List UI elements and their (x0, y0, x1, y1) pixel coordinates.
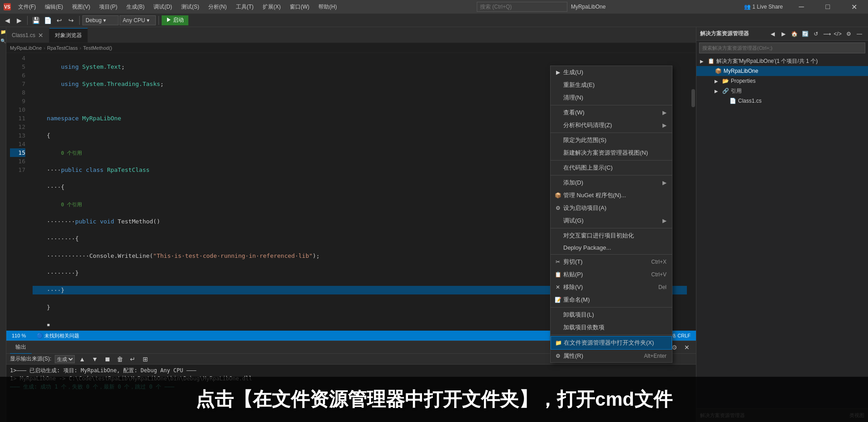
menu-extensions[interactable]: 扩展(X) (258, 1, 285, 13)
fwd-btn[interactable]: ▶ (14, 15, 24, 26)
path-part3[interactable]: TestMethod() (83, 45, 112, 51)
menu-help[interactable]: 帮助(H) (314, 1, 341, 13)
ctx-nuget[interactable]: 📦 管理 NuGet 程序包(N)... (551, 189, 672, 202)
minimize-button[interactable]: ─ (791, 0, 812, 14)
output-stop-icon[interactable]: ⏹ (102, 354, 113, 365)
se-sync-icon[interactable]: 🔄 (800, 29, 810, 39)
redo-btn[interactable]: ↪ (66, 15, 77, 26)
ctx-rebuild[interactable]: 重新生成(E) (551, 79, 672, 91)
se-fwd-icon[interactable]: ▶ (778, 29, 788, 39)
undo-btn[interactable]: ↩ (54, 15, 65, 26)
ctx-init-interactive[interactable]: 对交互窗口进行项目初始化 (551, 229, 672, 242)
tab-close-icon[interactable]: ✕ (38, 32, 43, 39)
vertical-scrollbar[interactable] (691, 53, 696, 331)
tree-solution[interactable]: ▶ 📋 解决方案'MyRpaLibOne'(1 个项目/共 1 个) (696, 56, 868, 66)
output-close-icon[interactable]: ✕ (681, 342, 692, 353)
ctx-remove[interactable]: ✕ 移除(V) Del (551, 281, 672, 294)
ctx-paste[interactable]: 📋 粘贴(P) Ctrl+V (551, 268, 672, 281)
back-btn[interactable]: ◀ (2, 15, 13, 26)
ctx-new-se-view[interactable]: 新建解决方案资源管理器视图(N) (551, 147, 672, 159)
menu-analyze[interactable]: 分析(N) (204, 1, 231, 13)
arrow-icon: ▶ (662, 218, 667, 224)
ctx-deploy[interactable]: Deploy Package... (551, 242, 672, 253)
menu-window[interactable]: 窗口(W) (285, 1, 314, 13)
scroll-thumb[interactable] (691, 89, 695, 107)
ctx-build[interactable]: ▶ 生成(U) (551, 66, 672, 79)
ctx-remove-shortcut: Del (658, 284, 667, 290)
explorer-icon[interactable]: 📁 (0, 29, 6, 34)
ctx-properties-shortcut: Alt+Enter (644, 353, 667, 359)
output-down-icon[interactable]: ▼ (89, 354, 100, 365)
tree-class1cs[interactable]: 📄 Class1.cs (696, 96, 868, 106)
platform-config-dropdown[interactable]: Any CPU ▾ (120, 15, 156, 25)
ctx-div2 (551, 133, 672, 133)
ctx-set-startup[interactable]: ⚙ 设为启动项目(A) (551, 202, 672, 214)
ctx-clean[interactable]: 清理(N) (551, 91, 672, 104)
ctx-cut[interactable]: ✂ 剪切(T) Ctrl+X (551, 256, 672, 268)
run-button[interactable]: ▶ 启动 (162, 15, 188, 25)
se-arrow-icon[interactable]: ⟶ (822, 29, 832, 39)
tab-class1cs[interactable]: Class1.cs ✕ (6, 28, 49, 43)
search-input[interactable] (477, 2, 567, 12)
ctx-rename[interactable]: 📝 重命名(M) (551, 294, 672, 306)
ctx-view-label: 查看(W) (563, 109, 585, 117)
tree-properties[interactable]: ▶ 📂 Properties (696, 76, 868, 86)
ctx-deploy-label: Deploy Package... (563, 244, 611, 251)
menu-edit[interactable]: 编辑(E) (40, 1, 67, 13)
se-search-input[interactable] (699, 43, 865, 53)
output-up-icon[interactable]: ▲ (77, 354, 87, 365)
menu-file[interactable]: 文件(F) (14, 1, 40, 13)
output-wrap-icon[interactable]: ↵ (127, 354, 138, 365)
ctx-unload[interactable]: 卸载项目(L) (551, 308, 672, 321)
ctx-nuget-label: 管理 NuGet 程序包(N)... (563, 191, 626, 199)
maximize-button[interactable]: □ (817, 0, 838, 14)
ctx-clean-label: 清理(N) (563, 94, 583, 102)
path-part1[interactable]: MyRpaLibOne (10, 45, 42, 51)
debug-config-dropdown[interactable]: Debug ▾ (82, 15, 119, 25)
menu-project[interactable]: 项目(P) (95, 1, 122, 13)
ctx-load-deps[interactable]: 加载项目依数项 (551, 321, 672, 334)
arrow-icon: ▶ (662, 109, 667, 116)
ctx-debug[interactable]: 调试(G) ▶ (551, 214, 672, 227)
menu-view[interactable]: 视图(V) (67, 1, 95, 13)
ctx-view[interactable]: 查看(W) ▶ (551, 106, 672, 119)
menu-test[interactable]: 测试(S) (177, 1, 204, 13)
ctx-code-map[interactable]: 在代码图上显示(C) (551, 161, 672, 174)
se-back-icon[interactable]: ◀ (767, 29, 777, 39)
tab-object-browser[interactable]: 对象浏览器 (49, 28, 88, 43)
se-refresh-icon[interactable]: ↺ (811, 29, 821, 39)
search-icon[interactable]: 🔍 (0, 38, 6, 43)
se-minus-icon[interactable]: — (854, 29, 864, 39)
se-home-icon[interactable]: 🏠 (789, 29, 799, 39)
line-numbers: 4 5 6 7 8 9 10 11 12 13 14 15 16 17 (6, 53, 29, 331)
ctx-analyze-clean[interactable]: 分析和代码清理(Z) ▶ (551, 119, 672, 132)
save-btn[interactable]: 💾 (30, 15, 41, 26)
status-issues[interactable]: 🔵 未找到相关问题 (35, 332, 81, 339)
ctx-div5 (551, 228, 672, 228)
menu-tools[interactable]: 工具(T) (231, 1, 258, 13)
status-zoom[interactable]: 110 % (10, 333, 28, 338)
ctx-properties[interactable]: ⚙ 属性(R) Alt+Enter (551, 350, 672, 362)
menu-debug[interactable]: 调试(D) (149, 1, 177, 13)
ctx-div1 (551, 105, 672, 105)
ctx-open-in-explorer-label: 在文件资源管理器中打开文件夹(X) (564, 339, 654, 347)
output-source-select[interactable]: 生成 (55, 355, 75, 363)
output-maximize-icon[interactable]: ⊞ (140, 354, 151, 365)
menu-build[interactable]: 生成(B) (122, 1, 149, 13)
path-part2[interactable]: RpaTestClass (47, 45, 78, 51)
output-clear-icon[interactable]: 🗑 (115, 354, 125, 365)
output-tab[interactable]: 输出 (10, 341, 32, 354)
tree-references[interactable]: ▶ 🔗 引用 (696, 86, 868, 96)
se-code-icon[interactable]: </> (833, 29, 843, 39)
ctx-scope[interactable]: 限定为此范围(S) (551, 134, 672, 147)
tree-project[interactable]: 📦 MyRpaLibOne (696, 66, 868, 76)
close-button[interactable]: ✕ (844, 0, 864, 14)
se-settings-icon[interactable]: ⚙ (844, 29, 854, 39)
liveshare-button[interactable]: 👥 1 Live Share (741, 3, 786, 11)
save-all-btn[interactable]: 📄 (42, 15, 53, 26)
ctx-div6 (551, 254, 672, 255)
ctx-add[interactable]: 添加(D) ▶ (551, 176, 672, 189)
ctx-cut-label: 剪切(T) (563, 258, 583, 266)
ctx-open-in-explorer[interactable]: 📁 在文件资源管理器中打开文件夹(X) (551, 336, 672, 350)
caption-overlay: 点击【在文件资源管理器中打开文件夹】，打开cmd文件 (0, 377, 868, 422)
